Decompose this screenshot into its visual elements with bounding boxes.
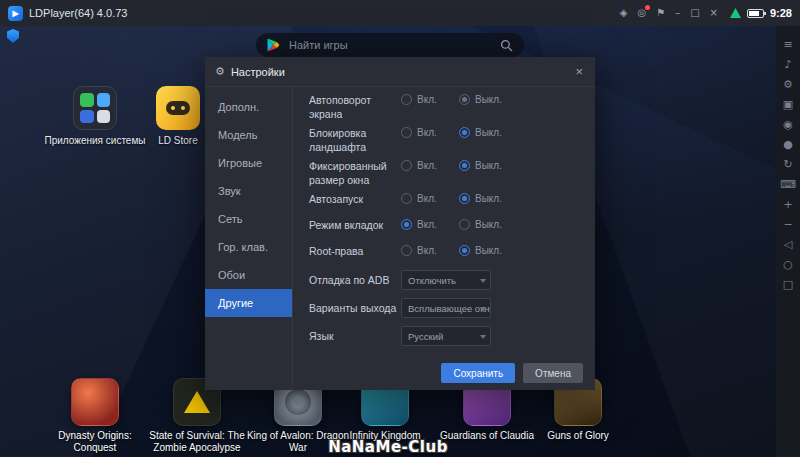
dialog-tabs: Дополн. Модель Игровые Звук Сеть Гор. кл… xyxy=(205,87,293,390)
app-logo-icon: ▶ xyxy=(8,6,23,21)
adb-debug-select[interactable]: Отключить xyxy=(401,270,491,290)
chevron-down-icon xyxy=(480,307,486,311)
sound-icon[interactable]: ♪ xyxy=(784,59,791,70)
tab-hotkeys[interactable]: Гор. клав. xyxy=(205,233,292,261)
tab-model[interactable]: Модель xyxy=(205,121,292,149)
row-adb-debug: Отладка по ADB Отключить xyxy=(309,270,581,290)
radio-icon[interactable] xyxy=(459,127,470,138)
tab-game[interactable]: Игровые xyxy=(205,149,292,177)
cancel-button[interactable]: Отмена xyxy=(523,363,583,383)
radio-icon[interactable] xyxy=(401,94,412,105)
game-dynasty-origins[interactable]: Dynasty Origins: Conquest xyxy=(43,378,147,454)
search-bar[interactable]: Найти игры xyxy=(256,33,524,57)
radio-icon[interactable] xyxy=(459,245,470,256)
select-value: Всплывающее окно xyxy=(408,303,491,314)
chevron-down-icon xyxy=(480,279,486,283)
radio-icon[interactable] xyxy=(401,245,412,256)
radio-on[interactable]: Вкл. xyxy=(401,94,459,105)
setting-label: Блокировка ландшафта xyxy=(309,126,401,154)
chevron-down-icon xyxy=(480,335,486,339)
recents-icon[interactable]: □ xyxy=(783,279,793,290)
settings-dialog: ⚙ Настройки × Дополн. Модель Игровые Зву… xyxy=(205,57,595,390)
tab-sound[interactable]: Звук xyxy=(205,177,292,205)
play-store-icon xyxy=(267,38,280,52)
dialog-header: ⚙ Настройки × xyxy=(205,57,595,87)
back-icon[interactable]: ◁ xyxy=(784,239,792,250)
row-landscape-lock: Блокировка ландшафта Вкл. Выкл. xyxy=(309,126,581,154)
close-icon[interactable]: × xyxy=(573,64,585,79)
radio-icon[interactable] xyxy=(459,193,470,204)
maximize-icon[interactable]: □ xyxy=(690,8,699,18)
fullscreen-icon[interactable]: ▣ xyxy=(783,99,793,110)
status-cluster: 9:28 xyxy=(730,7,792,19)
titlebar-right: ◈ ◎ ⚑ – □ × 9:28 xyxy=(620,7,792,19)
radio-on[interactable]: Вкл. xyxy=(401,193,459,204)
game-label: Dynasty Origins: Conquest xyxy=(43,430,147,454)
home-icon[interactable]: ○ xyxy=(783,259,793,270)
game-label: Guardians of Claudia xyxy=(435,430,539,442)
radio-icon[interactable] xyxy=(401,160,412,171)
tab-wallpaper[interactable]: Обои xyxy=(205,261,292,289)
watermark: NaNaMe-Club xyxy=(328,438,448,456)
screenshot-icon[interactable]: ◉ xyxy=(783,119,793,130)
radio-off[interactable]: Выкл. xyxy=(459,245,517,256)
radio-icon[interactable] xyxy=(459,94,470,105)
pin-icon[interactable]: ⚑ xyxy=(656,8,665,18)
radio-icon[interactable] xyxy=(459,219,470,230)
tab-advanced[interactable]: Дополн. xyxy=(205,93,292,121)
shake-icon[interactable]: ↻ xyxy=(783,159,792,170)
radio-off[interactable]: Выкл. xyxy=(459,127,517,138)
tab-network[interactable]: Сеть xyxy=(205,205,292,233)
minimize-icon[interactable]: – xyxy=(675,8,680,18)
radio-icon[interactable] xyxy=(401,193,412,204)
tab-others[interactable]: Другие xyxy=(205,289,292,317)
window-title: LDPlayer(64) 4.0.73 xyxy=(29,7,127,19)
menu-icon[interactable]: ≡ xyxy=(783,39,792,50)
dialog-content: Автоповорот экрана Вкл. Выкл. Блокировка… xyxy=(293,87,595,390)
setting-label: Фиксированный размер окна xyxy=(309,159,401,187)
keyboard-icon[interactable]: ⌨ xyxy=(780,179,796,190)
exit-options-select[interactable]: Всплывающее окно xyxy=(401,298,491,318)
dialog-body: Дополн. Модель Игровые Звук Сеть Гор. кл… xyxy=(205,87,595,390)
settings-icon[interactable]: ⚙ xyxy=(783,79,793,90)
radio-icon[interactable] xyxy=(459,160,470,171)
radio-off[interactable]: Выкл. xyxy=(459,94,517,105)
emulator-toolbar: ≡ ♪ ⚙ ▣ ◉ ● ↻ ⌨ + − ◁ ○ □ xyxy=(776,26,800,457)
radio-on[interactable]: Вкл. xyxy=(401,219,459,230)
setting-label: Язык xyxy=(309,329,401,343)
gift-icon[interactable]: ◈ xyxy=(620,8,628,18)
radio-icon[interactable] xyxy=(401,127,412,138)
ld-store-icon xyxy=(156,86,200,130)
radio-icon[interactable] xyxy=(401,219,412,230)
system-apps-icon xyxy=(73,86,117,130)
titlebar: ▶ LDPlayer(64) 4.0.73 ◈ ◎ ⚑ – □ × 9:28 xyxy=(0,0,800,26)
radio-off[interactable]: Выкл. xyxy=(459,160,517,171)
battery-icon xyxy=(747,9,764,18)
search-placeholder: Найти игры xyxy=(289,39,491,51)
radio-on[interactable]: Вкл. xyxy=(401,127,459,138)
close-icon[interactable]: × xyxy=(710,8,718,18)
game-icon xyxy=(71,378,119,426)
row-fixed-window-size: Фиксированный размер окна Вкл. Выкл. xyxy=(309,159,581,187)
setting-label: Режим вкладок xyxy=(309,218,401,232)
volume-up-icon[interactable]: + xyxy=(783,199,792,210)
radio-on[interactable]: Вкл. xyxy=(401,245,459,256)
language-select[interactable]: Русский xyxy=(401,326,491,346)
record-icon[interactable]: ● xyxy=(783,139,793,150)
radio-off[interactable]: Выкл. xyxy=(459,219,517,230)
select-value: Отключить xyxy=(408,275,456,286)
notification-bell-icon[interactable]: ◎ xyxy=(637,8,646,18)
game-label: State of Survival: The Zombie Apocalypse xyxy=(145,430,249,454)
ldplayer-window: ▶ LDPlayer(64) 4.0.73 ◈ ◎ ⚑ – □ × 9:28 xyxy=(0,0,800,457)
gear-icon: ⚙ xyxy=(215,65,225,78)
radio-on[interactable]: Вкл. xyxy=(401,160,459,171)
dialog-footer: Сохранить Отмена xyxy=(441,363,583,383)
setting-label: Отладка по ADB xyxy=(309,273,401,287)
game-label: Guns of Glory xyxy=(526,430,630,442)
row-exit-options: Варианты выхода Всплывающее окно xyxy=(309,298,581,318)
radio-off[interactable]: Выкл. xyxy=(459,193,517,204)
volume-down-icon[interactable]: − xyxy=(783,219,792,230)
search-icon[interactable] xyxy=(500,39,513,52)
row-autostart: Автозапуск Вкл. Выкл. xyxy=(309,192,581,207)
save-button[interactable]: Сохранить xyxy=(441,363,515,383)
